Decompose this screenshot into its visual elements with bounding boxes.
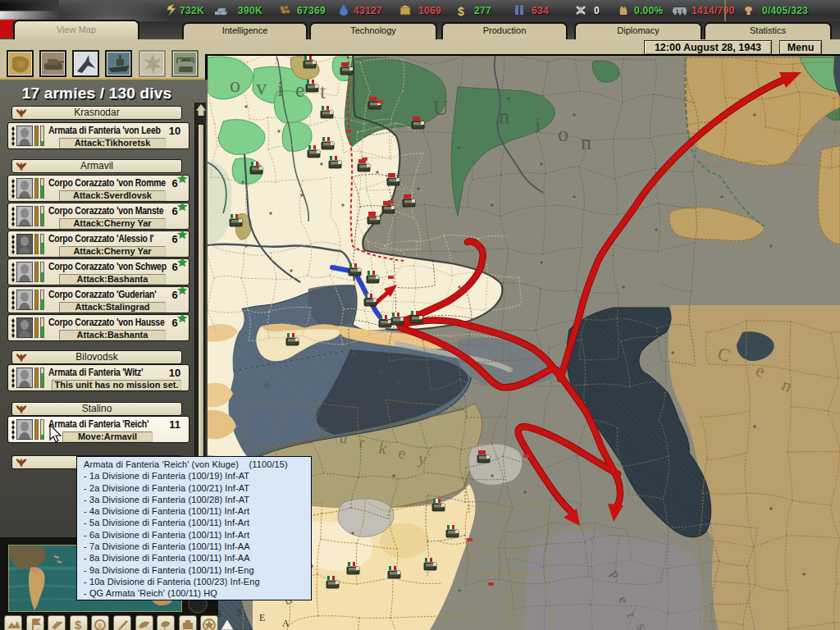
svg-text:U: U	[433, 96, 449, 120]
svg-text:A: A	[282, 618, 290, 629]
svg-text:E: E	[259, 612, 265, 623]
svg-text:S: S	[237, 606, 243, 618]
svg-text:e: e	[379, 365, 384, 377]
svg-text:i: i	[535, 113, 541, 137]
svg-text:a: a	[264, 377, 269, 390]
svg-text:o: o	[230, 73, 240, 97]
svg-text:i: i	[277, 77, 283, 101]
svg-text:o: o	[558, 122, 568, 146]
svg-text:e: e	[295, 78, 305, 102]
svg-text:a: a	[396, 374, 401, 386]
svg-text:t: t	[320, 80, 326, 103]
svg-text:$: $	[75, 618, 82, 630]
svg-text:n: n	[581, 130, 591, 154]
svg-text:9: 9	[98, 622, 102, 630]
svg-text:n: n	[499, 104, 509, 128]
svg-text:v: v	[256, 75, 267, 99]
